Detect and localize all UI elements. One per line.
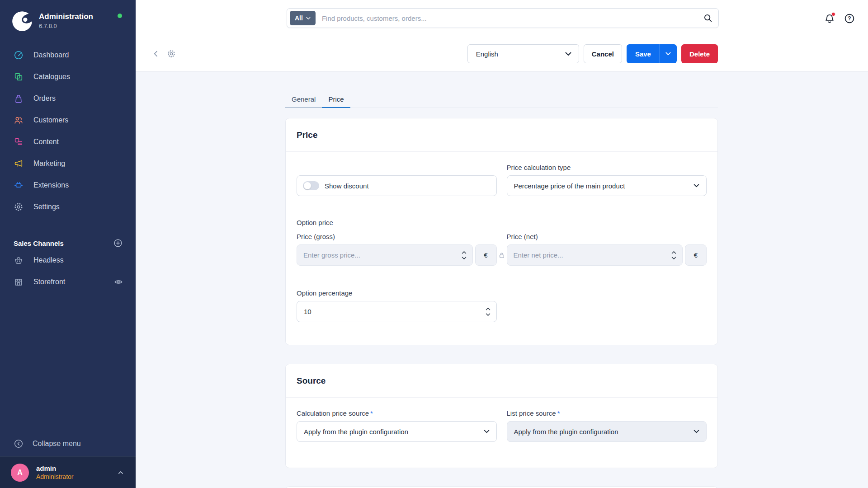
show-discount-toggle[interactable] xyxy=(303,181,319,190)
chevron-down-icon xyxy=(693,430,699,433)
save-button[interactable]: Save xyxy=(627,44,660,63)
sidebar-item-label: Orders xyxy=(33,94,56,103)
collapse-menu-button[interactable]: Collapse menu xyxy=(0,431,136,456)
settings-gear-icon xyxy=(14,202,24,212)
chevron-up-icon xyxy=(117,469,125,477)
search-type-selector[interactable]: All xyxy=(290,11,316,25)
dashboard-icon xyxy=(14,50,24,60)
required-mark: * xyxy=(557,409,560,417)
tab-general[interactable]: General xyxy=(285,91,322,108)
add-sales-channel-button[interactable] xyxy=(113,238,123,248)
search-icon[interactable] xyxy=(698,9,718,28)
marketing-icon xyxy=(14,159,24,169)
price-gross-field: € xyxy=(297,244,497,266)
notification-dot xyxy=(831,12,835,16)
price-card: Price Show discount Price calculation ty… xyxy=(285,118,718,345)
delete-button[interactable]: Delete xyxy=(681,44,718,63)
sidebar-item-settings[interactable]: Settings xyxy=(0,196,136,218)
sidebar-footer: Collapse menu A admin Administrator xyxy=(0,431,136,488)
preview-eye-icon[interactable] xyxy=(114,277,123,286)
svg-text:?: ? xyxy=(848,15,851,22)
price-card-title: Price xyxy=(297,130,707,140)
storefront-icon xyxy=(14,277,24,287)
tab-price[interactable]: Price xyxy=(322,91,350,108)
show-discount-field: Show discount xyxy=(297,175,497,196)
sidebar-item-orders[interactable]: Orders xyxy=(0,88,136,109)
user-menu[interactable]: A admin Administrator xyxy=(0,456,136,488)
price-net-input[interactable] xyxy=(514,251,668,259)
step-down-icon[interactable] xyxy=(486,313,491,316)
sidebar-item-extensions[interactable]: Extensions xyxy=(0,174,136,196)
sidebar-nav: Dashboard Catalogues Orders Customers Co… xyxy=(0,44,136,218)
sidebar-item-label: Settings xyxy=(33,203,60,211)
language-select[interactable]: English xyxy=(467,44,579,63)
notifications-bell-icon[interactable] xyxy=(824,13,835,24)
price-gross-label: Price (gross) xyxy=(297,233,497,240)
price-net-field: € xyxy=(507,244,707,266)
collapse-menu-label: Collapse menu xyxy=(33,440,81,448)
user-name: admin xyxy=(36,465,73,472)
catalogues-icon xyxy=(14,72,24,82)
sales-channels-header: Sales Channels xyxy=(14,239,64,247)
step-down-icon[interactable] xyxy=(671,257,676,260)
global-search-bar: All xyxy=(287,8,719,28)
sales-channel-storefront[interactable]: Storefront xyxy=(0,271,136,293)
chevron-down-icon xyxy=(693,184,699,188)
sidebar-item-content[interactable]: Content xyxy=(0,131,136,153)
page-settings-gear-icon[interactable] xyxy=(164,46,179,61)
source-card-title: Source xyxy=(297,376,707,386)
sales-channels-section: Sales Channels Headless Storefront xyxy=(0,237,136,293)
calc-source-select[interactable]: Apply from the plugin configuration xyxy=(297,421,497,442)
sidebar-item-catalogues[interactable]: Catalogues xyxy=(0,66,136,88)
sidebar-item-customers[interactable]: Customers xyxy=(0,109,136,131)
list-source-select[interactable]: Apply from the plugin configuration xyxy=(507,421,707,442)
option-percentage-input[interactable] xyxy=(304,308,482,315)
calc-type-label: Price calculation type xyxy=(507,164,707,171)
step-up-icon[interactable] xyxy=(462,251,467,254)
calc-type-value: Percentage price of the main product xyxy=(514,182,625,190)
collapse-chevron-icon xyxy=(14,439,24,449)
price-net-label: Price (net) xyxy=(507,233,707,240)
back-button[interactable] xyxy=(148,46,164,61)
source-card: Source Calculation price source* Apply f… xyxy=(285,364,718,468)
required-mark: * xyxy=(370,409,373,417)
option-percentage-label: Option percentage xyxy=(297,289,497,297)
chevron-down-icon xyxy=(565,52,571,56)
price-lock-icon[interactable] xyxy=(498,252,505,259)
sales-channel-label: Storefront xyxy=(33,278,65,286)
sidebar-item-dashboard[interactable]: Dashboard xyxy=(0,44,136,66)
sidebar-item-label: Marketing xyxy=(33,160,65,168)
basket-icon xyxy=(14,255,24,265)
option-price-label: Option price xyxy=(297,219,707,226)
save-options-chevron[interactable] xyxy=(660,44,677,63)
cancel-button[interactable]: Cancel xyxy=(584,44,622,63)
sidebar: Administration 6.7.8.0 Dashboard Catalog… xyxy=(0,0,136,488)
list-source-label: List price source xyxy=(507,409,556,417)
calc-source-value: Apply from the plugin configuration xyxy=(304,428,408,436)
extensions-icon xyxy=(14,180,24,190)
step-down-icon[interactable] xyxy=(462,257,467,260)
main-area: All ? English xyxy=(136,0,868,488)
sidebar-item-label: Catalogues xyxy=(33,73,70,81)
app-title: Administration xyxy=(39,12,93,21)
show-discount-label: Show discount xyxy=(325,182,369,190)
price-gross-input[interactable] xyxy=(303,251,458,259)
currency-suffix: € xyxy=(685,244,707,266)
step-up-icon[interactable] xyxy=(671,251,676,254)
sales-channel-headless[interactable]: Headless xyxy=(0,249,136,271)
sidebar-item-marketing[interactable]: Marketing xyxy=(0,153,136,174)
chevron-down-icon xyxy=(306,17,311,20)
search-input[interactable] xyxy=(316,14,698,22)
sidebar-item-label: Customers xyxy=(33,116,68,124)
step-up-icon[interactable] xyxy=(486,307,491,310)
shopware-logo-icon xyxy=(12,11,33,32)
option-percentage-field xyxy=(297,301,497,322)
content-icon xyxy=(14,137,24,147)
top-header: All ? xyxy=(136,0,868,36)
sales-channel-label: Headless xyxy=(33,256,64,264)
search-type-label: All xyxy=(295,14,303,22)
user-role: Administrator xyxy=(36,473,73,480)
orders-icon xyxy=(14,94,24,103)
help-icon[interactable]: ? xyxy=(844,13,855,24)
calc-type-select[interactable]: Percentage price of the main product xyxy=(507,175,707,196)
